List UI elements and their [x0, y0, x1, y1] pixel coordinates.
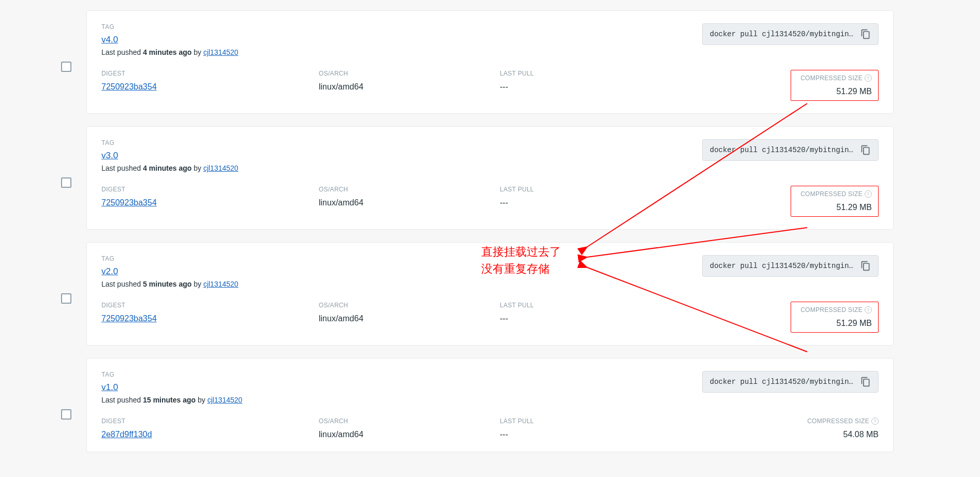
tag-label: TAG: [101, 23, 702, 31]
size-label: COMPRESSED SIZE: [800, 306, 863, 314]
tag-card: TAG v2.0 Last pushed 5 minutes ago by cj…: [86, 242, 894, 346]
last-pushed: Last pushed 5 minutes ago by cjl1314520: [101, 280, 702, 288]
osarch-label: OS/ARCH: [319, 186, 500, 193]
pull-command-text: docker pull cjl1314520/mybitngin…: [710, 262, 853, 270]
digest-link[interactable]: 7250923ba354: [101, 314, 157, 323]
lastpull-value: ---: [500, 198, 681, 207]
pull-command-box[interactable]: docker pull cjl1314520/mybitngin…: [702, 255, 879, 277]
size-box-highlight: COMPRESSED SIZE ?51.29 MB: [791, 186, 879, 217]
lastpull-label: LAST PULL: [500, 70, 681, 77]
digest-label: DIGEST: [101, 418, 319, 425]
tag-label: TAG: [101, 255, 702, 262]
osarch-value: linux/amd64: [319, 82, 500, 92]
lastpull-value: ---: [500, 82, 681, 92]
pull-command-text: docker pull cjl1314520/mybitngin…: [710, 146, 853, 154]
info-icon: ?: [865, 190, 872, 198]
tag-label: TAG: [101, 371, 702, 378]
tag-card: TAG v4.0 Last pushed 4 minutes ago by cj…: [86, 10, 894, 114]
select-checkbox[interactable]: [61, 177, 71, 188]
last-pushed: Last pushed 4 minutes ago by cjl1314520: [101, 48, 702, 56]
tag-name-link[interactable]: v4.0: [101, 35, 118, 45]
copy-icon[interactable]: [860, 145, 871, 155]
digest-link[interactable]: 2e87d9ff130d: [101, 430, 152, 439]
size-box-highlight: COMPRESSED SIZE ?51.29 MB: [791, 302, 879, 333]
tag-card: TAG v1.0 Last pushed 15 minutes ago by c…: [86, 358, 894, 452]
lastpull-value: ---: [500, 430, 681, 439]
lastpull-label: LAST PULL: [500, 302, 681, 309]
osarch-label: OS/ARCH: [319, 302, 500, 309]
osarch-value: linux/amd64: [319, 314, 500, 323]
pull-command-text: docker pull cjl1314520/mybitngin…: [710, 30, 853, 38]
info-icon: ?: [865, 306, 872, 314]
lastpull-label: LAST PULL: [500, 418, 681, 425]
last-pushed: Last pushed 4 minutes ago by cjl1314520: [101, 164, 702, 172]
author-link[interactable]: cjl1314520: [203, 48, 239, 56]
pull-command-text: docker pull cjl1314520/mybitngin…: [710, 378, 853, 386]
size-value: 54.08 MB: [681, 430, 879, 439]
tag-label: TAG: [101, 139, 702, 146]
author-link[interactable]: cjl1314520: [203, 164, 239, 172]
digest-label: DIGEST: [101, 70, 319, 77]
lastpull-value: ---: [500, 314, 681, 323]
select-checkbox[interactable]: [61, 293, 71, 304]
pull-command-box[interactable]: docker pull cjl1314520/mybitngin…: [702, 371, 879, 393]
size-label: COMPRESSED SIZE: [807, 418, 869, 425]
size-label: COMPRESSED SIZE: [800, 190, 863, 198]
author-link[interactable]: cjl1314520: [207, 396, 243, 404]
pull-command-box[interactable]: docker pull cjl1314520/mybitngin…: [702, 139, 879, 161]
tag-name-link[interactable]: v3.0: [101, 151, 118, 161]
tag-name-link[interactable]: v1.0: [101, 382, 118, 393]
digest-link[interactable]: 7250923ba354: [101, 82, 157, 91]
copy-icon[interactable]: [860, 377, 871, 387]
select-checkbox[interactable]: [61, 62, 71, 72]
osarch-label: OS/ARCH: [319, 418, 500, 425]
lastpull-label: LAST PULL: [500, 186, 681, 193]
author-link[interactable]: cjl1314520: [203, 280, 239, 288]
tag-card: TAG v3.0 Last pushed 4 minutes ago by cj…: [86, 126, 894, 230]
digest-label: DIGEST: [101, 302, 319, 309]
size-value: 51.29 MB: [797, 203, 872, 212]
osarch-label: OS/ARCH: [319, 70, 500, 77]
size-box-highlight: COMPRESSED SIZE ?51.29 MB: [791, 70, 879, 101]
digest-link[interactable]: 7250923ba354: [101, 198, 157, 207]
tag-name-link[interactable]: v2.0: [101, 266, 118, 277]
size-value: 51.29 MB: [797, 87, 872, 96]
digest-label: DIGEST: [101, 186, 319, 193]
copy-icon[interactable]: [860, 29, 871, 39]
info-icon: ?: [871, 418, 879, 425]
pull-command-box[interactable]: docker pull cjl1314520/mybitngin…: [702, 23, 879, 45]
osarch-value: linux/amd64: [319, 430, 500, 439]
info-icon: ?: [865, 74, 872, 82]
select-checkbox[interactable]: [61, 409, 71, 420]
size-label: COMPRESSED SIZE: [800, 74, 863, 82]
copy-icon[interactable]: [860, 261, 871, 271]
osarch-value: linux/amd64: [319, 198, 500, 207]
size-value: 51.29 MB: [797, 319, 872, 328]
last-pushed: Last pushed 15 minutes ago by cjl1314520: [101, 396, 702, 404]
